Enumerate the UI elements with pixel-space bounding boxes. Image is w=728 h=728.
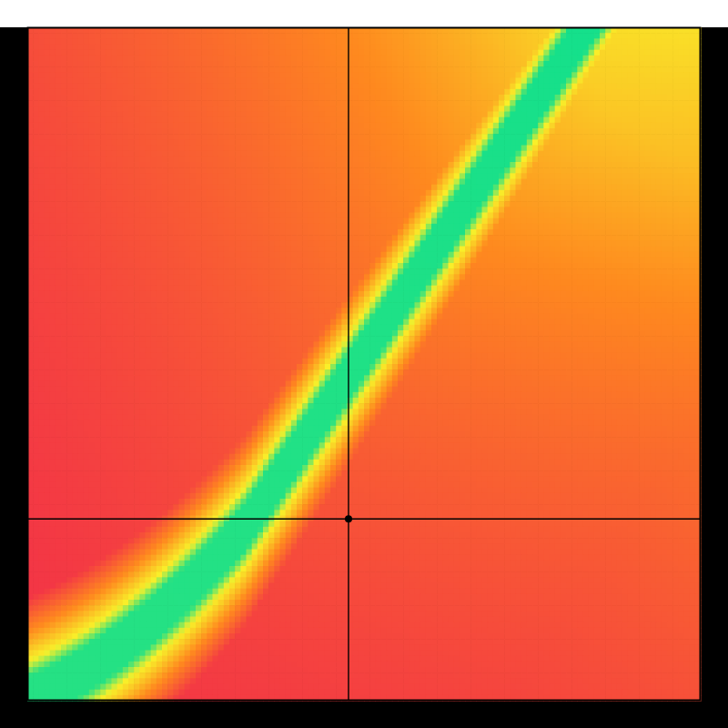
heatmap-canvas (0, 0, 728, 728)
chart-container: TheBottleneck.com (0, 0, 728, 728)
